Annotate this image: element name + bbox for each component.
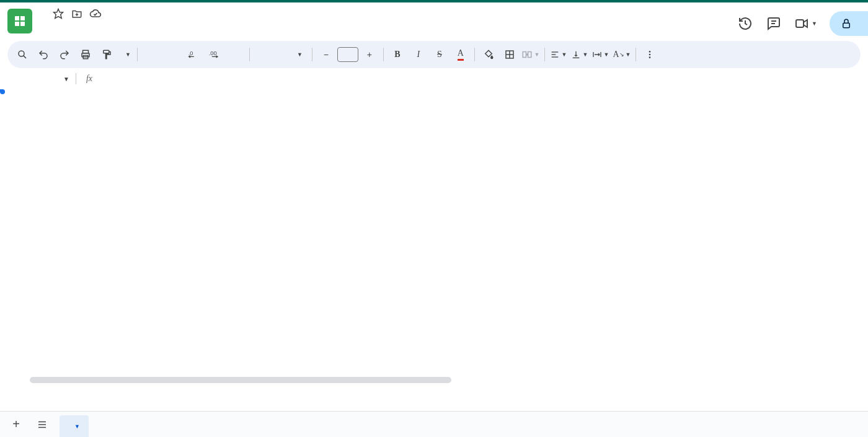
format-currency[interactable] xyxy=(141,45,161,64)
separator xyxy=(383,48,384,61)
sheet-tab[interactable]: ▼ xyxy=(60,415,89,438)
redo-button[interactable] xyxy=(55,45,74,64)
selection-outline xyxy=(0,89,2,92)
header-right: ▼ xyxy=(737,11,861,36)
font-size-decrease[interactable]: − xyxy=(316,45,336,64)
save-status[interactable] xyxy=(89,7,105,20)
svg-rect-7 xyxy=(796,20,804,27)
document-title[interactable] xyxy=(41,12,46,15)
v-align-button[interactable]: ▼ xyxy=(570,45,590,64)
format-123[interactable] xyxy=(226,45,246,64)
svg-point-9 xyxy=(19,51,24,56)
sheets-icon xyxy=(12,14,27,29)
separator xyxy=(137,48,138,61)
menu-view[interactable] xyxy=(66,22,77,30)
separator xyxy=(544,48,545,61)
menu-format[interactable] xyxy=(91,22,102,30)
svg-text:.00: .00 xyxy=(209,50,217,56)
chevron-down-icon: ▼ xyxy=(534,51,539,58)
chevron-down-icon: ▼ xyxy=(812,20,817,27)
menu-help[interactable] xyxy=(140,22,151,30)
menu-extensions[interactable] xyxy=(128,22,139,30)
svg-text:.0: .0 xyxy=(188,50,193,56)
meet-button[interactable]: ▼ xyxy=(794,16,817,31)
chevron-down-icon: ▼ xyxy=(626,51,631,58)
print-button[interactable] xyxy=(76,45,95,64)
formula-bar[interactable] xyxy=(99,73,868,85)
menu-file[interactable] xyxy=(41,22,52,30)
wrap-button[interactable]: ▼ xyxy=(591,45,611,64)
chevron-down-icon: ▼ xyxy=(297,51,303,58)
fx-icon: fx xyxy=(82,74,92,84)
decrease-decimal[interactable]: .0 xyxy=(184,45,203,64)
chevron-down-icon: ▼ xyxy=(125,51,131,58)
text-color-button[interactable]: A xyxy=(451,45,471,64)
h-align-button[interactable]: ▼ xyxy=(549,45,569,64)
svg-point-30 xyxy=(649,56,651,58)
selection-handle[interactable] xyxy=(0,89,5,94)
move-icon[interactable] xyxy=(71,7,83,20)
separator xyxy=(312,48,312,61)
chevron-down-icon: ▼ xyxy=(74,423,80,430)
bold-button[interactable]: B xyxy=(388,45,407,64)
header: ▼ xyxy=(0,2,868,36)
borders-button[interactable] xyxy=(500,45,520,64)
share-button[interactable] xyxy=(830,11,868,36)
font-size-input[interactable] xyxy=(337,47,358,62)
undo-button[interactable] xyxy=(33,45,53,64)
spreadsheet-grid[interactable] xyxy=(0,89,868,386)
chevron-down-icon[interactable]: ▼ xyxy=(63,76,69,82)
separator xyxy=(636,48,636,61)
chevron-down-icon: ▼ xyxy=(582,51,588,58)
increase-decimal[interactable]: .00 xyxy=(205,45,224,64)
rotate-button[interactable]: A↘▼ xyxy=(612,45,632,64)
italic-button[interactable]: I xyxy=(409,45,428,64)
font-size-increase[interactable]: + xyxy=(360,45,379,64)
menu-bar xyxy=(41,22,737,30)
lock-icon xyxy=(841,18,852,29)
chevron-down-icon: ▼ xyxy=(561,51,567,58)
separator xyxy=(76,73,76,84)
comments-icon[interactable] xyxy=(766,15,782,32)
svg-point-28 xyxy=(649,51,651,53)
strikethrough-button[interactable]: S xyxy=(430,45,450,64)
fill-color-button[interactable] xyxy=(479,45,498,64)
svg-line-10 xyxy=(24,56,26,58)
format-percent[interactable] xyxy=(162,45,182,64)
name-box-row: ▼ fx xyxy=(0,68,868,86)
zoom-select[interactable]: ▼ xyxy=(118,51,133,58)
search-icon[interactable] xyxy=(12,45,32,64)
cloud-icon xyxy=(89,7,102,20)
separator xyxy=(474,48,475,61)
svg-marker-4 xyxy=(54,9,63,19)
horizontal-scrollbar[interactable] xyxy=(30,377,451,383)
separator xyxy=(249,48,250,61)
more-toolbar-icon[interactable] xyxy=(640,45,660,64)
svg-rect-14 xyxy=(104,50,109,53)
font-select[interactable]: ▼ xyxy=(254,51,308,58)
menu-data[interactable] xyxy=(103,22,114,30)
merge-button[interactable]: ▼ xyxy=(521,45,541,64)
menu-insert[interactable] xyxy=(78,22,89,30)
svg-rect-20 xyxy=(523,52,526,58)
add-sheet-button[interactable]: + xyxy=(7,416,25,433)
toolbar: ▼ .0 .00 ▼ − + B I S A ▼ ▼ ▼ ▼ A↘▼ xyxy=(7,41,861,68)
menu-edit[interactable] xyxy=(53,22,64,30)
all-sheets-button[interactable] xyxy=(33,416,51,433)
menu-tools[interactable] xyxy=(115,22,126,30)
history-icon[interactable] xyxy=(737,15,753,32)
star-icon[interactable] xyxy=(52,7,64,20)
svg-rect-8 xyxy=(843,23,850,28)
sheets-logo[interactable] xyxy=(7,9,32,33)
sheet-tab-bar: + ▼ xyxy=(0,411,868,437)
svg-point-29 xyxy=(649,54,651,56)
paint-format-button[interactable] xyxy=(97,45,117,64)
video-icon xyxy=(794,16,809,31)
chevron-down-icon: ▼ xyxy=(603,51,609,58)
title-row xyxy=(41,6,737,20)
name-box[interactable] xyxy=(7,77,61,80)
